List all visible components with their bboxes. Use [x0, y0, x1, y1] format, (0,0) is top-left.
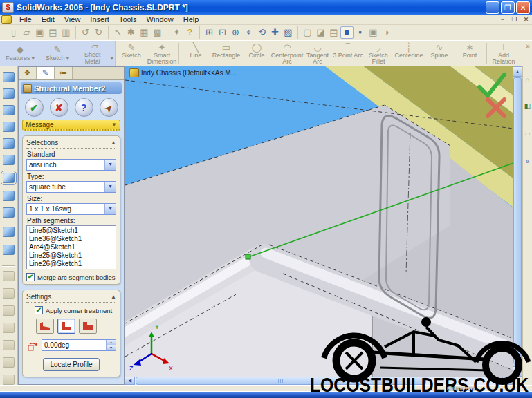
revolved-boss-icon[interactable] [3, 288, 15, 298]
tool-3-point-arc[interactable]: ⌒ 3 Point Arc [333, 41, 363, 66]
zoom-in-out-icon[interactable]: ⊕ [229, 26, 242, 39]
tool-rectangle[interactable]: ▭ Rectangle [211, 41, 241, 66]
standard-dropdown[interactable]: ansi inch ▾ [26, 159, 116, 171]
scroll-down-icon[interactable]: ▼ [513, 366, 522, 377]
open-icon[interactable]: ▱ [20, 26, 33, 39]
vertical-scroll-thumb[interactable] [513, 77, 522, 364]
lofted-boss-icon[interactable] [3, 323, 15, 333]
merge-bodies-checkbox[interactable]: ✔ [26, 273, 35, 281]
child-close-button[interactable]: ✕ [520, 15, 532, 24]
list-item[interactable]: Arc4@Sketch1 [29, 243, 116, 252]
view-right-icon[interactable] [3, 122, 15, 132]
zoom-fit-icon[interactable]: ⊞ [203, 26, 216, 39]
new-document-icon[interactable]: ▯ [7, 26, 20, 39]
end-butt2-button[interactable] [79, 319, 97, 334]
dropdown-arrow-icon[interactable]: ▾ [104, 204, 116, 214]
tab-features[interactable]: ◆ Features▾ [1, 41, 39, 65]
settings-group-header[interactable]: Settings ▲ [26, 293, 116, 303]
view-back-icon[interactable] [3, 88, 15, 99]
scroll-up-icon[interactable]: ▲ [513, 66, 522, 77]
view-normal-to-icon[interactable] [3, 227, 15, 237]
view-orientation-icon[interactable] [3, 245, 15, 255]
list-item[interactable]: Line5@Sketch1 [29, 227, 116, 235]
end-miter-button[interactable] [36, 319, 54, 334]
make-drawing-icon[interactable]: ▤ [46, 26, 59, 39]
tool-smart-dimension[interactable]: ✦ Smart Dimension [147, 41, 177, 66]
dropdown-arrow-icon[interactable]: ▾ [104, 160, 116, 170]
scroll-right-icon[interactable]: ▶ [502, 377, 513, 385]
selections-group-header[interactable]: Selections ▲ [26, 139, 116, 149]
view-dimetric-icon[interactable] [3, 207, 15, 218]
tool-sketch-fillet[interactable]: ◞ Sketch Fillet [363, 41, 394, 66]
shadows-icon[interactable]: ▣ [367, 26, 380, 39]
spin-up-icon[interactable]: ▴ [106, 340, 116, 345]
menu-insert[interactable]: Insert [85, 15, 114, 24]
pin-button[interactable]: ➤ [100, 98, 118, 117]
tool-spline[interactable]: ∿ Spline [424, 41, 455, 66]
menu-edit[interactable]: Edit [37, 15, 59, 24]
select-icon[interactable]: ↖ [111, 26, 125, 39]
cancel-button[interactable]: ✘ [50, 98, 68, 117]
horizontal-scroll-thumb[interactable] [136, 377, 426, 385]
rotation-angle-field[interactable]: 0.00deg ▴ ▾ [42, 339, 116, 351]
help-icon[interactable]: ? [183, 26, 196, 39]
table-icon[interactable]: ▩ [151, 26, 164, 39]
ok-button[interactable]: ✔ [25, 98, 44, 117]
tool-point[interactable]: ∗ Point [455, 41, 485, 66]
help-button[interactable]: ? [75, 98, 93, 117]
menu-window[interactable]: Window [142, 15, 178, 24]
shaded-with-edges-icon[interactable]: ■ [340, 26, 354, 39]
taskpane-design-library-icon[interactable]: ◧ [523, 102, 532, 113]
menu-file[interactable]: File [15, 15, 37, 24]
standard-views-icon[interactable]: ▧ [282, 26, 295, 39]
list-item[interactable]: Line26@Sketch1 [29, 260, 116, 268]
restore-button[interactable]: ❐ [501, 1, 515, 14]
chamfer-icon[interactable] [3, 357, 15, 368]
type-dropdown[interactable]: square tube ▾ [26, 181, 116, 193]
spin-down-icon[interactable]: ▾ [106, 345, 116, 351]
corner-treatment-checkbox[interactable]: ✔ [35, 306, 43, 314]
locate-profile-button[interactable]: Locate Profile [43, 358, 100, 371]
tool-line[interactable]: ╲ Line [181, 41, 211, 66]
undo-icon[interactable]: ↺ [79, 26, 92, 39]
pan-icon[interactable]: ✚ [268, 26, 282, 39]
menu-help[interactable]: Help [178, 15, 204, 24]
end-butt1-button[interactable] [57, 319, 75, 334]
view-left-icon[interactable] [3, 105, 15, 115]
shell-icon[interactable] [3, 375, 15, 385]
view-top-icon[interactable] [3, 138, 15, 149]
taskpane-file-explorer-icon[interactable]: ▱ [523, 130, 532, 141]
tool-circle[interactable]: ◯ Circle [241, 41, 272, 66]
list-item[interactable]: Line36@Sketch1 [29, 235, 116, 243]
redo-icon[interactable]: ↻ [92, 26, 105, 39]
minimize-button[interactable]: − [486, 1, 499, 14]
rebuild-icon[interactable]: ✱ [125, 26, 138, 39]
tab-sketch[interactable]: ✎ Sketch▾ [39, 41, 76, 65]
taskpane-collapse-icon[interactable]: « [523, 158, 532, 169]
child-minimize-button[interactable]: − [497, 15, 508, 24]
tool-sketch[interactable]: ✎ Sketch [116, 41, 147, 66]
size-dropdown[interactable]: 1 x 1 x 16swg ▾ [26, 203, 116, 215]
hidden-lines-removed-icon[interactable]: ▤ [327, 26, 340, 39]
grid-icon[interactable]: ▦ [138, 26, 151, 39]
zoom-area-icon[interactable]: ⊡ [216, 26, 229, 39]
view-front-icon[interactable] [3, 72, 15, 82]
dropdown-arrow-icon[interactable]: ▾ [104, 182, 116, 192]
tab-property-manager[interactable]: ✎ [37, 67, 55, 79]
view-isometric-icon[interactable] [3, 173, 15, 183]
tab-configurations[interactable]: ≔ [55, 67, 73, 79]
zoom-selection-icon[interactable]: ⌖ [242, 26, 255, 39]
list-item[interactable]: Line25@Sketch1 [29, 252, 116, 260]
view-bottom-icon[interactable] [3, 155, 15, 165]
print-icon[interactable]: ▥ [59, 26, 73, 39]
child-restore-button[interactable]: ❐ [508, 15, 520, 24]
menu-view[interactable]: View [59, 15, 86, 24]
toolbar-overflow-chevron[interactable]: » [526, 41, 532, 66]
rotate-view-icon[interactable]: ⟲ [255, 26, 268, 39]
horizontal-scrollbar[interactable]: ◀ ▶ [125, 377, 513, 385]
options-icon[interactable]: ✦ [170, 26, 183, 39]
tool-add-relation[interactable]: ⊥ Add Relation [488, 41, 519, 66]
view-trimetric-icon[interactable] [3, 191, 15, 201]
swept-boss-icon[interactable] [3, 305, 15, 316]
graphics-viewport[interactable]: Indy Chassis (Default<<As M... [125, 66, 513, 377]
